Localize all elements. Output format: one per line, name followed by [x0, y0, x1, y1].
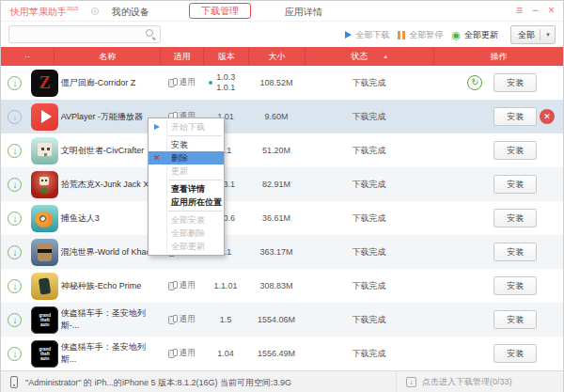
app-icon	[31, 137, 58, 165]
header-action: 操作	[433, 47, 563, 66]
close-icon[interactable]: ×	[548, 4, 555, 17]
app-logo: 快用苹果助手2015	[10, 6, 78, 19]
menu-item-delete[interactable]: ✕删除	[149, 151, 224, 165]
table-header: ·· 名称 适用 版本 大小 状态▲ 操作	[1, 47, 563, 66]
install-button[interactable]: 安装	[494, 243, 537, 261]
install-button[interactable]: 安装	[494, 175, 537, 194]
table-row[interactable]: ↓ 混沌世界-World of Khaos 通用 1.1 363.17M 下载完…	[1, 235, 563, 269]
app-icon	[31, 239, 58, 266]
menu-item-start-download: 开始下载	[149, 120, 224, 133]
header-select: ··	[1, 47, 54, 66]
logo-dropdown-icon[interactable]: ▾	[91, 8, 99, 15]
search-icon[interactable]	[146, 29, 153, 37]
download-all-button[interactable]: 全部下载	[345, 29, 389, 41]
download-arrow-icon[interactable]: ↓	[8, 347, 22, 361]
menu-item-app-location[interactable]: 应用所在位置	[149, 196, 224, 209]
sort-asc-icon: ▲	[383, 54, 388, 59]
device-icon	[168, 78, 178, 87]
device-icon	[168, 281, 178, 290]
app-name: 僵尸回廊-Corridor Z	[61, 66, 161, 100]
app-version: 1.0.31.0.1	[216, 72, 235, 93]
app-name: AVPlayer -万能播放器	[61, 100, 161, 133]
phone-icon	[10, 376, 18, 388]
menu-separator	[168, 135, 222, 136]
table-row[interactable]: ↓ grand theft auto 侠盗猎车手：圣安地列斯-... 通用 1.…	[1, 303, 563, 337]
app-version: 1.1.01	[214, 281, 238, 291]
menu-item-update: 更新	[149, 165, 224, 178]
pause-all-button[interactable]: 全部暂停	[398, 29, 443, 41]
redownload-icon[interactable]: ↻	[467, 75, 482, 90]
app-icon: Z	[31, 70, 58, 97]
app-size: 9.60M	[248, 100, 305, 133]
title-bar: 快用苹果助手2015 ▾ 我的设备 下载管理 应用详情 ≡ − ×	[1, 1, 563, 22]
update-dot-icon	[209, 81, 212, 85]
app-size: 308.83M	[248, 269, 305, 303]
install-button[interactable]: 安装	[494, 107, 537, 126]
app-icon	[31, 205, 58, 232]
update-all-button[interactable]: ◉ 全部更新	[451, 29, 498, 41]
table-row[interactable]: ↓ 神秘种族-Echo Prime 通用 1.1.01 308.83M 下载完成…	[1, 269, 563, 303]
download-arrow-icon[interactable]: ↓	[8, 313, 22, 327]
table-row[interactable]: ↓ 拾荒杰克X-Junk Jack X 通用 2.3.1 82.91M 下载完成…	[1, 167, 563, 201]
tray-download-icon: ↓	[406, 377, 416, 387]
pause-icon	[398, 31, 405, 39]
app-icon: grand theft auto	[31, 340, 58, 368]
app-icon	[31, 171, 58, 198]
compat-badge: 通用	[168, 77, 196, 88]
device-info: "Administrator" 的 iPh...的iPhone 5 版本:8.1…	[25, 377, 291, 389]
menu-item-install[interactable]: 安装	[149, 138, 224, 151]
table-row[interactable]: ↓ AVPlayer -万能播放器 通用 1.01 9.60M 下载完成 安装✕	[1, 100, 563, 133]
app-icon	[31, 273, 58, 300]
context-menu: 开始下载 安装 ✕删除 更新 查看详情 应用所在位置 全部安装 全部删除 全部更…	[148, 118, 225, 256]
download-arrow-icon[interactable]: ↓	[8, 212, 22, 226]
status-text: 下载完成	[305, 66, 434, 100]
menu-separator	[168, 211, 222, 212]
delete-x-icon: ✕	[153, 151, 161, 165]
download-manager-entry[interactable]: ↓ 点击进入下载管理(0/33)	[396, 371, 563, 392]
logo-year-badge: 2015	[67, 6, 78, 11]
app-icon: grand theft auto	[31, 306, 58, 334]
table-row[interactable]: ↓ grand theft auto 侠盗猎车手：圣安地列斯... 通用 1.0…	[1, 337, 563, 370]
app-size: 363.17M	[248, 235, 305, 269]
download-arrow-icon[interactable]: ↓	[8, 76, 22, 90]
table-row[interactable]: ↓ Z 僵尸回廊-Corridor Z 通用 1.0.31.0.1 108.52…	[1, 66, 563, 100]
app-version: 1.04	[217, 349, 234, 359]
install-button[interactable]: 安装	[494, 276, 537, 295]
install-button[interactable]: 安装	[494, 344, 537, 363]
header-status[interactable]: 状态▲	[305, 47, 434, 66]
device-icon	[168, 315, 178, 324]
app-name: 混沌世界-World of Khaos	[61, 235, 161, 269]
status-text: 下载完成	[305, 269, 433, 303]
header-name: 名称	[54, 47, 161, 66]
window-menu-icon[interactable]: ≡	[516, 4, 523, 17]
filter-dropdown[interactable]: 全部 ▼	[510, 25, 556, 44]
table-row[interactable]: ↓ 文明创世者-CivCrafter 通用 1.1 51.20M 下载完成 安装	[1, 133, 563, 167]
menu-item-view-details[interactable]: 查看详情	[149, 182, 224, 196]
header-size: 大小	[248, 47, 305, 66]
header-version: 版本	[203, 47, 248, 66]
tab-my-device[interactable]: 我的设备	[112, 6, 149, 19]
tab-download-manager[interactable]: 下载管理	[189, 3, 251, 19]
compat-badge: 通用	[168, 348, 196, 359]
status-text: 下载完成	[305, 201, 433, 235]
download-arrow-icon[interactable]: ↓	[8, 245, 22, 259]
status-text: 下载完成	[305, 167, 433, 201]
remove-icon[interactable]: ✕	[540, 109, 555, 124]
status-text: 下载完成	[305, 235, 433, 269]
minimize-icon[interactable]: −	[532, 4, 539, 17]
download-arrow-icon[interactable]: ↓	[8, 144, 22, 158]
download-arrow-icon[interactable]: ↓	[8, 178, 22, 192]
tab-app-details[interactable]: 应用详情	[285, 6, 322, 19]
download-arrow-icon[interactable]: ↓	[8, 279, 22, 293]
device-icon	[168, 349, 178, 358]
app-name: 侠盗猎车手：圣安地列斯-...	[61, 303, 161, 337]
install-button[interactable]: 安装	[494, 310, 537, 329]
download-arrow-icon[interactable]: ↓	[8, 110, 22, 124]
install-button[interactable]: 安装	[494, 73, 537, 92]
install-button[interactable]: 安装	[494, 209, 537, 227]
table-row[interactable]: ↓ 捕鱼达人3 通用 1.0.6 36.61M 下载完成 安装	[1, 201, 563, 235]
status-bar: "Administrator" 的 iPh...的iPhone 5 版本:8.1…	[1, 370, 563, 392]
install-button[interactable]: 安装	[494, 141, 537, 160]
search-input[interactable]	[8, 25, 161, 43]
app-window: 快用苹果助手2015 ▾ 我的设备 下载管理 应用详情 ≡ − × 全部下载 全…	[0, 0, 564, 392]
